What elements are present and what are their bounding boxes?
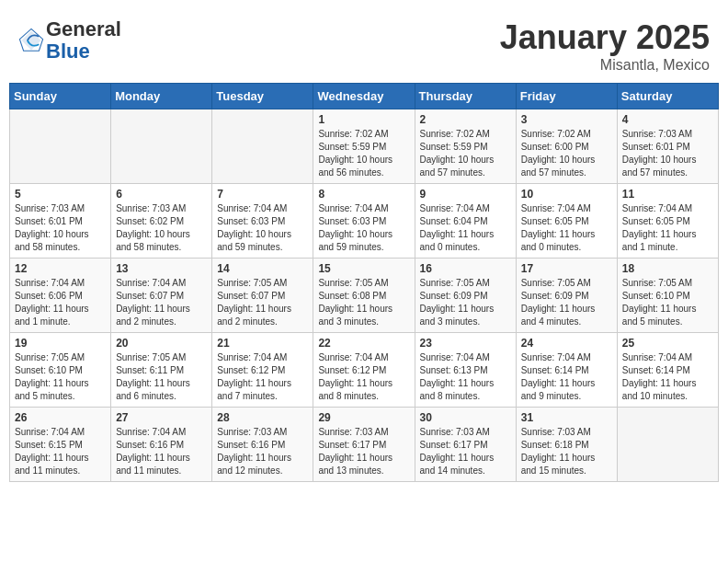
weekday-header-monday: Monday	[111, 84, 212, 109]
calendar-cell-3-7: 18Sunrise: 7:05 AM Sunset: 6:10 PM Dayli…	[617, 259, 718, 333]
day-number: 25	[622, 337, 713, 350]
day-info: Sunrise: 7:04 AM Sunset: 6:05 PM Dayligh…	[521, 202, 612, 254]
day-info: Sunrise: 7:03 AM Sunset: 6:17 PM Dayligh…	[318, 426, 409, 477]
day-info: Sunrise: 7:03 AM Sunset: 6:01 PM Dayligh…	[15, 202, 106, 254]
calendar-cell-4-5: 23Sunrise: 7:04 AM Sunset: 6:13 PM Dayli…	[415, 333, 516, 408]
calendar-cell-4-7: 25Sunrise: 7:04 AM Sunset: 6:14 PM Dayli…	[617, 333, 718, 408]
calendar-cell-1-3	[212, 109, 313, 184]
day-info: Sunrise: 7:04 AM Sunset: 6:15 PM Dayligh…	[15, 426, 106, 477]
calendar-cell-2-1: 5Sunrise: 7:03 AM Sunset: 6:01 PM Daylig…	[10, 184, 111, 259]
day-number: 31	[521, 411, 612, 424]
day-info: Sunrise: 7:05 AM Sunset: 6:10 PM Dayligh…	[622, 277, 713, 328]
day-info: Sunrise: 7:03 AM Sunset: 6:16 PM Dayligh…	[217, 426, 308, 477]
day-info: Sunrise: 7:02 AM Sunset: 5:59 PM Dayligh…	[318, 128, 409, 179]
logo-icon	[18, 28, 44, 53]
day-number: 10	[521, 188, 612, 201]
day-info: Sunrise: 7:04 AM Sunset: 6:14 PM Dayligh…	[622, 351, 713, 403]
calendar-week-5: 26Sunrise: 7:04 AM Sunset: 6:15 PM Dayli…	[10, 408, 719, 482]
day-info: Sunrise: 7:04 AM Sunset: 6:13 PM Dayligh…	[420, 351, 511, 403]
day-number: 4	[622, 113, 713, 126]
svg-marker-0	[22, 31, 41, 51]
calendar-cell-1-5: 2Sunrise: 7:02 AM Sunset: 5:59 PM Daylig…	[415, 109, 516, 184]
calendar-cell-4-4: 22Sunrise: 7:04 AM Sunset: 6:12 PM Dayli…	[313, 333, 415, 408]
day-number: 16	[420, 262, 511, 275]
calendar-week-2: 5Sunrise: 7:03 AM Sunset: 6:01 PM Daylig…	[10, 184, 719, 259]
day-info: Sunrise: 7:04 AM Sunset: 6:04 PM Dayligh…	[420, 202, 511, 254]
day-number: 5	[15, 188, 106, 201]
day-info: Sunrise: 7:04 AM Sunset: 6:07 PM Dayligh…	[116, 277, 207, 328]
day-number: 29	[318, 411, 409, 424]
day-info: Sunrise: 7:03 AM Sunset: 6:02 PM Dayligh…	[116, 202, 207, 254]
page-header: General Blue January 2025 Misantla, Mexi…	[9, 9, 719, 78]
day-number: 6	[116, 188, 207, 201]
day-info: Sunrise: 7:04 AM Sunset: 6:12 PM Dayligh…	[217, 351, 308, 403]
day-info: Sunrise: 7:02 AM Sunset: 5:59 PM Dayligh…	[420, 128, 511, 179]
logo-blue: Blue	[46, 40, 90, 63]
title-block: January 2025 Misantla, Mexico	[500, 18, 710, 74]
day-info: Sunrise: 7:04 AM Sunset: 6:05 PM Dayligh…	[622, 202, 713, 254]
day-info: Sunrise: 7:05 AM Sunset: 6:11 PM Dayligh…	[116, 351, 207, 403]
calendar-cell-5-4: 29Sunrise: 7:03 AM Sunset: 6:17 PM Dayli…	[313, 408, 415, 482]
day-info: Sunrise: 7:02 AM Sunset: 6:00 PM Dayligh…	[521, 128, 612, 179]
calendar-cell-3-2: 13Sunrise: 7:04 AM Sunset: 6:07 PM Dayli…	[111, 259, 212, 333]
day-number: 18	[622, 262, 713, 275]
calendar-week-1: 1Sunrise: 7:02 AM Sunset: 5:59 PM Daylig…	[10, 109, 719, 184]
day-number: 13	[116, 262, 207, 275]
calendar-cell-5-2: 27Sunrise: 7:04 AM Sunset: 6:16 PM Dayli…	[111, 408, 212, 482]
calendar-cell-2-5: 9Sunrise: 7:04 AM Sunset: 6:04 PM Daylig…	[415, 184, 516, 259]
day-number: 21	[217, 337, 308, 350]
day-info: Sunrise: 7:05 AM Sunset: 6:09 PM Dayligh…	[521, 277, 612, 328]
calendar-title: January 2025	[500, 18, 710, 57]
calendar-cell-1-1	[10, 109, 111, 184]
day-info: Sunrise: 7:05 AM Sunset: 6:09 PM Dayligh…	[420, 277, 511, 328]
day-number: 20	[116, 337, 207, 350]
day-info: Sunrise: 7:04 AM Sunset: 6:03 PM Dayligh…	[217, 202, 308, 254]
day-info: Sunrise: 7:05 AM Sunset: 6:10 PM Dayligh…	[15, 351, 106, 403]
weekday-header-tuesday: Tuesday	[212, 84, 313, 109]
calendar-cell-1-4: 1Sunrise: 7:02 AM Sunset: 5:59 PM Daylig…	[313, 109, 415, 184]
calendar-cell-2-4: 8Sunrise: 7:04 AM Sunset: 6:03 PM Daylig…	[313, 184, 415, 259]
logo: General Blue	[18, 18, 121, 63]
day-number: 30	[420, 411, 511, 424]
weekday-header-sunday: Sunday	[10, 84, 111, 109]
day-number: 15	[318, 262, 409, 275]
day-number: 2	[420, 113, 511, 126]
day-number: 27	[116, 411, 207, 424]
logo-general: General	[46, 17, 121, 40]
day-info: Sunrise: 7:04 AM Sunset: 6:03 PM Dayligh…	[318, 202, 409, 254]
calendar-cell-5-5: 30Sunrise: 7:03 AM Sunset: 6:17 PM Dayli…	[415, 408, 516, 482]
calendar-week-3: 12Sunrise: 7:04 AM Sunset: 6:06 PM Dayli…	[10, 259, 719, 333]
day-number: 24	[521, 337, 612, 350]
calendar-cell-2-2: 6Sunrise: 7:03 AM Sunset: 6:02 PM Daylig…	[111, 184, 212, 259]
calendar-cell-4-1: 19Sunrise: 7:05 AM Sunset: 6:10 PM Dayli…	[10, 333, 111, 408]
day-info: Sunrise: 7:03 AM Sunset: 6:01 PM Dayligh…	[622, 128, 713, 179]
day-number: 3	[521, 113, 612, 126]
day-number: 28	[217, 411, 308, 424]
day-info: Sunrise: 7:05 AM Sunset: 6:08 PM Dayligh…	[318, 277, 409, 328]
calendar-cell-1-6: 3Sunrise: 7:02 AM Sunset: 6:00 PM Daylig…	[516, 109, 617, 184]
calendar-table: SundayMondayTuesdayWednesdayThursdayFrid…	[9, 83, 719, 482]
calendar-cell-3-5: 16Sunrise: 7:05 AM Sunset: 6:09 PM Dayli…	[415, 259, 516, 333]
day-number: 12	[15, 262, 106, 275]
calendar-cell-4-2: 20Sunrise: 7:05 AM Sunset: 6:11 PM Dayli…	[111, 333, 212, 408]
calendar-cell-5-6: 31Sunrise: 7:03 AM Sunset: 6:18 PM Dayli…	[516, 408, 617, 482]
weekday-header-thursday: Thursday	[415, 84, 516, 109]
day-number: 1	[318, 113, 409, 126]
weekday-header-wednesday: Wednesday	[313, 84, 415, 109]
calendar-cell-5-1: 26Sunrise: 7:04 AM Sunset: 6:15 PM Dayli…	[10, 408, 111, 482]
calendar-subtitle: Misantla, Mexico	[500, 57, 710, 74]
day-info: Sunrise: 7:05 AM Sunset: 6:07 PM Dayligh…	[217, 277, 308, 328]
weekday-header-saturday: Saturday	[617, 84, 718, 109]
day-number: 14	[217, 262, 308, 275]
calendar-cell-4-3: 21Sunrise: 7:04 AM Sunset: 6:12 PM Dayli…	[212, 333, 313, 408]
day-info: Sunrise: 7:04 AM Sunset: 6:12 PM Dayligh…	[318, 351, 409, 403]
day-info: Sunrise: 7:04 AM Sunset: 6:14 PM Dayligh…	[521, 351, 612, 403]
calendar-cell-1-2	[111, 109, 212, 184]
calendar-cell-2-3: 7Sunrise: 7:04 AM Sunset: 6:03 PM Daylig…	[212, 184, 313, 259]
calendar-cell-5-3: 28Sunrise: 7:03 AM Sunset: 6:16 PM Dayli…	[212, 408, 313, 482]
day-number: 23	[420, 337, 511, 350]
calendar-cell-5-7	[617, 408, 718, 482]
calendar-cell-2-7: 11Sunrise: 7:04 AM Sunset: 6:05 PM Dayli…	[617, 184, 718, 259]
calendar-cell-4-6: 24Sunrise: 7:04 AM Sunset: 6:14 PM Dayli…	[516, 333, 617, 408]
day-number: 11	[622, 188, 713, 201]
